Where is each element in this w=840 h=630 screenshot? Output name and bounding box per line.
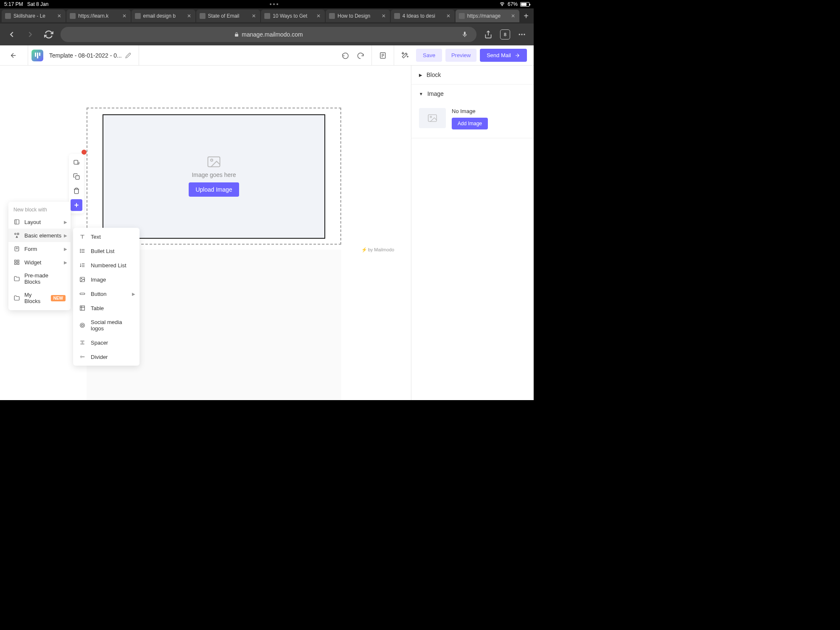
browser-tab[interactable]: State of Email✕ bbox=[196, 10, 260, 22]
share-button[interactable] bbox=[482, 28, 495, 41]
browser-tab[interactable]: https://learn.k✕ bbox=[66, 10, 130, 22]
back-button[interactable] bbox=[5, 28, 18, 41]
add-block-button[interactable] bbox=[71, 199, 82, 211]
upload-image-button[interactable]: Upload Image bbox=[189, 182, 239, 197]
menu-item-premade-blocks[interactable]: Pre-made Blocks bbox=[8, 269, 71, 288]
image-placeholder-icon bbox=[207, 156, 221, 167]
status-time: 5:17 PM bbox=[4, 1, 23, 7]
menu-item-layout[interactable]: Layout▶ bbox=[8, 215, 71, 229]
app-back-button[interactable] bbox=[7, 49, 20, 62]
close-icon[interactable]: ✕ bbox=[316, 13, 321, 19]
browser-tab[interactable]: How to Design✕ bbox=[326, 10, 390, 22]
bullet-list-icon bbox=[79, 248, 86, 254]
close-icon[interactable]: ✕ bbox=[186, 13, 192, 19]
menu-item-form[interactable]: Form▶ bbox=[8, 242, 71, 256]
browser-tab[interactable]: 10 Ways to Get✕ bbox=[261, 10, 325, 22]
browser-tab[interactable]: https://manage✕ bbox=[456, 10, 519, 22]
close-icon[interactable]: ✕ bbox=[251, 13, 257, 19]
new-block-menu-title: New block with bbox=[8, 204, 71, 215]
undo-button[interactable] bbox=[338, 48, 353, 63]
browser-tab[interactable]: Skillshare - Le✕ bbox=[2, 10, 66, 22]
menu-item-basic-elements[interactable]: Basic elements▶ bbox=[8, 229, 71, 242]
template-name: Template - 08-01-2022 - 0... bbox=[49, 52, 122, 59]
svg-point-27 bbox=[80, 252, 81, 253]
image-block[interactable]: Image goes here Upload Image bbox=[103, 114, 325, 239]
send-mail-button[interactable]: Send Mail bbox=[480, 49, 527, 62]
divider-icon bbox=[79, 353, 86, 360]
svg-point-1 bbox=[521, 34, 522, 35]
svg-rect-44 bbox=[428, 115, 437, 121]
submenu-item-social[interactable]: Social media logos bbox=[73, 315, 140, 335]
browser-tab[interactable]: email design b✕ bbox=[132, 10, 195, 22]
new-tab-button[interactable]: + bbox=[520, 10, 532, 22]
app-header: Template - 08-01-2022 - 0... Save Previe… bbox=[0, 45, 534, 66]
submenu-item-bullet-list[interactable]: Bullet List bbox=[73, 244, 140, 258]
url-bar[interactable]: manage.mailmodo.com bbox=[61, 27, 477, 42]
redo-button[interactable] bbox=[353, 48, 368, 63]
svg-point-38 bbox=[82, 324, 84, 327]
svg-point-26 bbox=[80, 250, 81, 251]
block-side-toolbar bbox=[69, 154, 84, 214]
chevron-right-icon: ▶ bbox=[419, 73, 422, 77]
svg-point-25 bbox=[80, 249, 81, 250]
chevron-right-icon: ▶ bbox=[64, 220, 67, 224]
close-icon[interactable]: ✕ bbox=[56, 13, 62, 19]
submenu-item-table[interactable]: Table bbox=[73, 301, 140, 315]
delete-block-button[interactable] bbox=[71, 185, 82, 197]
browser-toolbar: manage.mailmodo.com 8 bbox=[0, 24, 534, 45]
status-pill bbox=[48, 3, 499, 5]
preview-button[interactable]: Preview bbox=[445, 49, 477, 62]
magic-button[interactable] bbox=[398, 48, 413, 63]
submenu-item-image[interactable]: Image bbox=[73, 272, 140, 287]
app-logo bbox=[32, 50, 43, 61]
close-icon[interactable]: ✕ bbox=[510, 13, 516, 19]
close-icon[interactable]: ✕ bbox=[121, 13, 127, 19]
svg-point-0 bbox=[519, 34, 520, 35]
tab-count[interactable]: 8 bbox=[500, 29, 510, 40]
menu-item-widget[interactable]: Widget▶ bbox=[8, 256, 71, 269]
submenu-item-divider[interactable]: Divider bbox=[73, 350, 140, 364]
submenu-item-numbered-list[interactable]: Numbered List bbox=[73, 258, 140, 272]
svg-rect-34 bbox=[80, 306, 85, 311]
favicon-icon bbox=[200, 13, 205, 19]
more-button[interactable] bbox=[515, 28, 529, 41]
favicon-icon bbox=[70, 13, 76, 19]
duplicate-block-button[interactable] bbox=[71, 171, 82, 182]
menu-item-my-blocks[interactable]: My BlocksNEW bbox=[8, 288, 71, 308]
svg-point-37 bbox=[80, 323, 85, 328]
favicon-icon bbox=[264, 13, 270, 19]
close-icon[interactable]: ✕ bbox=[445, 13, 451, 19]
email-block[interactable]: Image goes here Upload Image bbox=[87, 108, 341, 245]
spacer-icon bbox=[79, 339, 86, 346]
chevron-right-icon: ▶ bbox=[64, 247, 67, 251]
main-area: Image goes here Upload Image ⚡by Mailmod… bbox=[0, 66, 534, 400]
layout-icon bbox=[13, 219, 20, 225]
svg-point-32 bbox=[81, 278, 82, 279]
save-button[interactable]: Save bbox=[416, 49, 442, 62]
submenu-item-spacer[interactable]: Spacer bbox=[73, 335, 140, 350]
reload-button[interactable] bbox=[42, 28, 55, 41]
panel-section-block[interactable]: ▶Block bbox=[411, 66, 534, 84]
svg-rect-9 bbox=[74, 160, 78, 164]
panel-section-image[interactable]: ▼Image bbox=[411, 84, 534, 103]
submenu-item-button[interactable]: Button▶ bbox=[73, 287, 140, 301]
app-container: Template - 08-01-2022 - 0... Save Previe… bbox=[0, 45, 534, 400]
forward-button[interactable] bbox=[24, 28, 37, 41]
move-block-button[interactable] bbox=[71, 156, 82, 168]
edit-name-button[interactable] bbox=[125, 53, 131, 58]
basic-elements-submenu: Text Bullet List Numbered List Image But… bbox=[73, 228, 140, 366]
button-icon bbox=[79, 290, 86, 297]
table-icon bbox=[79, 305, 86, 311]
status-date: Sat 8 Jan bbox=[27, 1, 49, 7]
email-block-border: Image goes here Upload Image bbox=[87, 108, 341, 245]
submenu-item-text[interactable]: Text bbox=[73, 229, 140, 244]
mic-icon[interactable] bbox=[458, 28, 471, 41]
close-icon[interactable]: ✕ bbox=[381, 13, 387, 19]
canvas-area[interactable]: Image goes here Upload Image ⚡by Mailmod… bbox=[0, 66, 411, 400]
add-image-button[interactable]: Add Image bbox=[452, 118, 488, 129]
wifi-icon bbox=[499, 2, 505, 6]
folder-icon bbox=[13, 295, 20, 301]
image-placeholder-text: Image goes here bbox=[192, 171, 236, 178]
browser-tab[interactable]: 4 Ideas to desi✕ bbox=[391, 10, 455, 22]
notes-button[interactable] bbox=[375, 48, 390, 63]
